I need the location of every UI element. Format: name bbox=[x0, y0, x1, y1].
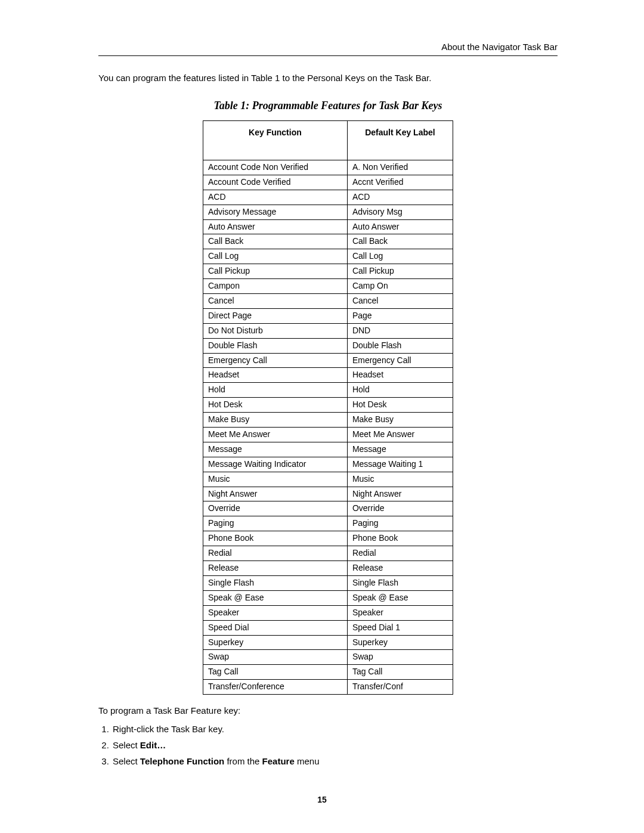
table-row: Hot DeskHot Desk bbox=[203, 398, 453, 413]
table-row: Single FlashSingle Flash bbox=[203, 575, 453, 590]
cell-key-function: Night Answer bbox=[203, 487, 348, 501]
cell-key-function: Make Busy bbox=[203, 413, 348, 428]
cell-key-function: Emergency Call bbox=[203, 353, 348, 368]
header-rule bbox=[98, 55, 558, 56]
cell-default-key-label: Speaker bbox=[347, 605, 453, 620]
cell-key-function: Hold bbox=[203, 383, 348, 398]
table-row: Phone BookPhone Book bbox=[203, 531, 453, 546]
col-default-key-label: Default Key Label bbox=[347, 121, 453, 160]
page: About the Navigator Task Bar You can pro… bbox=[0, 0, 644, 833]
step-2-text: Select bbox=[113, 740, 140, 750]
cell-default-key-label: Call Log bbox=[347, 249, 453, 264]
cell-default-key-label: Double Flash bbox=[347, 338, 453, 353]
cell-key-function: Paging bbox=[203, 516, 348, 531]
cell-key-function: Redial bbox=[203, 546, 348, 561]
table-caption: Table 1: Programmable Features for Task … bbox=[98, 100, 558, 112]
cell-key-function: Call Back bbox=[203, 234, 348, 249]
cell-key-function: Release bbox=[203, 561, 348, 576]
table-row: Double FlashDouble Flash bbox=[203, 338, 453, 353]
table-row: OverrideOverride bbox=[203, 501, 453, 516]
step-2-bold: Edit… bbox=[140, 740, 166, 750]
cell-key-function: Music bbox=[203, 472, 348, 487]
table-row: Tag CallTag Call bbox=[203, 665, 453, 680]
cell-default-key-label: Swap bbox=[347, 650, 453, 665]
step-2: Select Edit… bbox=[112, 740, 558, 750]
cell-default-key-label: Superkey bbox=[347, 635, 453, 650]
table-row: PagingPaging bbox=[203, 516, 453, 531]
table-row: CamponCamp On bbox=[203, 279, 453, 294]
cell-key-function: ACD bbox=[203, 190, 348, 205]
cell-key-function: Tag Call bbox=[203, 665, 348, 680]
cell-default-key-label: Speak @ Ease bbox=[347, 590, 453, 605]
cell-key-function: Call Log bbox=[203, 249, 348, 264]
cell-default-key-label: Paging bbox=[347, 516, 453, 531]
cell-key-function: Swap bbox=[203, 650, 348, 665]
step-3-bold-2: Feature bbox=[262, 756, 295, 766]
intro-paragraph: You can program the features listed in T… bbox=[98, 73, 558, 83]
cell-default-key-label: Accnt Verified bbox=[347, 175, 453, 190]
table-header-row: Key Function Default Key Label bbox=[203, 121, 453, 160]
cell-default-key-label: A. Non Verified bbox=[347, 160, 453, 175]
step-3-text-e: menu bbox=[295, 756, 320, 766]
cell-key-function: Superkey bbox=[203, 635, 348, 650]
cell-default-key-label: Call Pickup bbox=[347, 264, 453, 279]
cell-default-key-label: Music bbox=[347, 472, 453, 487]
table-row: Call PickupCall Pickup bbox=[203, 264, 453, 279]
step-3-text-a: Select bbox=[113, 756, 140, 766]
cell-default-key-label: Hot Desk bbox=[347, 398, 453, 413]
table-row: Emergency CallEmergency Call bbox=[203, 353, 453, 368]
table-wrap: Key Function Default Key Label Account C… bbox=[98, 120, 558, 695]
table-row: Speak @ EaseSpeak @ Ease bbox=[203, 590, 453, 605]
cell-default-key-label: DND bbox=[347, 323, 453, 338]
cell-default-key-label: Message Waiting 1 bbox=[347, 457, 453, 472]
table-row: ReleaseRelease bbox=[203, 561, 453, 576]
cell-key-function: Hot Desk bbox=[203, 398, 348, 413]
cell-default-key-label: Speed Dial 1 bbox=[347, 620, 453, 635]
table-row: RedialRedial bbox=[203, 546, 453, 561]
table-row: CancelCancel bbox=[203, 294, 453, 309]
table-row: Account Code Non VerifiedA. Non Verified bbox=[203, 160, 453, 175]
table-row: Advisory MessageAdvisory Msg bbox=[203, 205, 453, 219]
cell-key-function: Double Flash bbox=[203, 338, 348, 353]
step-3-text-c: from the bbox=[224, 756, 262, 766]
features-table: Key Function Default Key Label Account C… bbox=[203, 120, 453, 695]
cell-default-key-label: Auto Answer bbox=[347, 219, 453, 234]
cell-key-function: Auto Answer bbox=[203, 219, 348, 234]
table-row: Night AnswerNight Answer bbox=[203, 487, 453, 501]
table-row: SpeakerSpeaker bbox=[203, 605, 453, 620]
cell-default-key-label: Meet Me Answer bbox=[347, 428, 453, 442]
table-row: Message Waiting IndicatorMessage Waiting… bbox=[203, 457, 453, 472]
cell-key-function: Phone Book bbox=[203, 531, 348, 546]
page-header: About the Navigator Task Bar bbox=[98, 42, 558, 55]
cell-default-key-label: Camp On bbox=[347, 279, 453, 294]
table-row: MessageMessage bbox=[203, 442, 453, 457]
table-row: MusicMusic bbox=[203, 472, 453, 487]
cell-key-function: Call Pickup bbox=[203, 264, 348, 279]
cell-key-function: Cancel bbox=[203, 294, 348, 309]
step-3-bold-1: Telephone Function bbox=[140, 756, 224, 766]
cell-key-function: Do Not Disturb bbox=[203, 323, 348, 338]
cell-key-function: Transfer/Conference bbox=[203, 680, 348, 695]
cell-default-key-label: Night Answer bbox=[347, 487, 453, 501]
instructions-lead: To program a Task Bar Feature key: bbox=[98, 705, 558, 716]
cell-default-key-label: Emergency Call bbox=[347, 353, 453, 368]
cell-key-function: Speak @ Ease bbox=[203, 590, 348, 605]
table-row: SwapSwap bbox=[203, 650, 453, 665]
cell-default-key-label: Cancel bbox=[347, 294, 453, 309]
table-row: ACDACD bbox=[203, 190, 453, 205]
table-row: Call BackCall Back bbox=[203, 234, 453, 249]
table-row: Meet Me AnswerMeet Me Answer bbox=[203, 428, 453, 442]
cell-default-key-label: Tag Call bbox=[347, 665, 453, 680]
cell-default-key-label: Release bbox=[347, 561, 453, 576]
cell-default-key-label: Override bbox=[347, 501, 453, 516]
cell-key-function: Meet Me Answer bbox=[203, 428, 348, 442]
table-row: Auto AnswerAuto Answer bbox=[203, 219, 453, 234]
cell-default-key-label: Phone Book bbox=[347, 531, 453, 546]
cell-key-function: Account Code Non Verified bbox=[203, 160, 348, 175]
page-number: 15 bbox=[0, 795, 644, 804]
cell-key-function: Advisory Message bbox=[203, 205, 348, 219]
step-3: Select Telephone Function from the Featu… bbox=[112, 756, 558, 766]
cell-default-key-label: Single Flash bbox=[347, 575, 453, 590]
table-row: Transfer/ConferenceTransfer/Conf bbox=[203, 680, 453, 695]
cell-default-key-label: Transfer/Conf bbox=[347, 680, 453, 695]
